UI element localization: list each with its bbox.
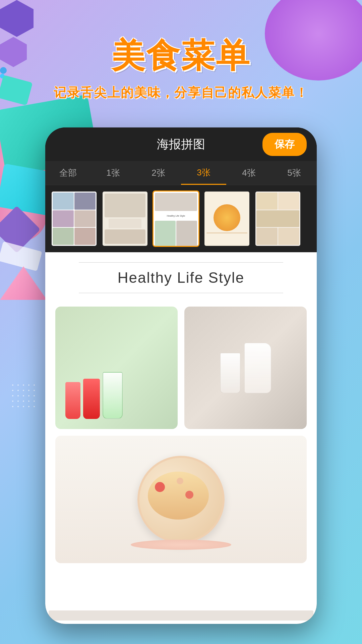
tab-2[interactable]: 2张 — [136, 161, 181, 185]
food-image-2[interactable] — [184, 307, 307, 429]
poster-title: Healthy Life Style — [59, 263, 303, 293]
food-image-1[interactable] — [55, 307, 178, 429]
tab-1[interactable]: 1张 — [90, 161, 136, 185]
phone-header-title: 海报拼图 — [157, 136, 205, 153]
subtitle: 记录舌尖上的美味，分享自己的私人菜单！ — [0, 84, 362, 101]
template-thumb-1[interactable] — [51, 191, 98, 247]
save-button[interactable]: 保存 — [262, 133, 307, 156]
tab-all[interactable]: 全部 — [45, 161, 90, 185]
drink-visual — [55, 307, 178, 429]
tab-3[interactable]: 3张 — [181, 161, 226, 185]
bg-white-rect — [0, 241, 42, 271]
soup-visual — [55, 436, 307, 563]
bg-pink-tri — [0, 266, 47, 300]
template-thumb-2[interactable] — [102, 191, 148, 247]
tab-4[interactable]: 4张 — [226, 161, 272, 185]
thumbnails-row: Healthy Life Style — [45, 185, 317, 252]
main-title: 美食菜单 — [0, 34, 362, 79]
bg-dots-grid — [10, 382, 37, 409]
poster-line-bottom — [79, 293, 283, 293]
template-thumb-3[interactable]: Healthy Life Style — [153, 191, 199, 247]
title-section: 美食菜单 记录舌尖上的美味，分享自己的私人菜单！ — [0, 34, 362, 101]
phone-frame: 海报拼图 保存 全部 1张 2张 3张 4张 5张 — [45, 127, 317, 624]
phone-content: Healthy Life Style — [45, 252, 317, 624]
tab-bar: 全部 1张 2张 3张 4张 5张 — [45, 161, 317, 185]
template-thumb-5[interactable] — [254, 191, 301, 247]
food-grid — [45, 300, 317, 570]
bg-hex-purple — [0, 0, 34, 37]
phone-header: 海报拼图 保存 — [45, 127, 317, 161]
poster-title-section: Healthy Life Style — [45, 252, 317, 300]
food-image-3[interactable] — [55, 436, 307, 563]
tab-5[interactable]: 5张 — [272, 161, 317, 185]
template-thumb-4[interactable] — [203, 191, 250, 247]
milk-visual — [184, 307, 307, 429]
